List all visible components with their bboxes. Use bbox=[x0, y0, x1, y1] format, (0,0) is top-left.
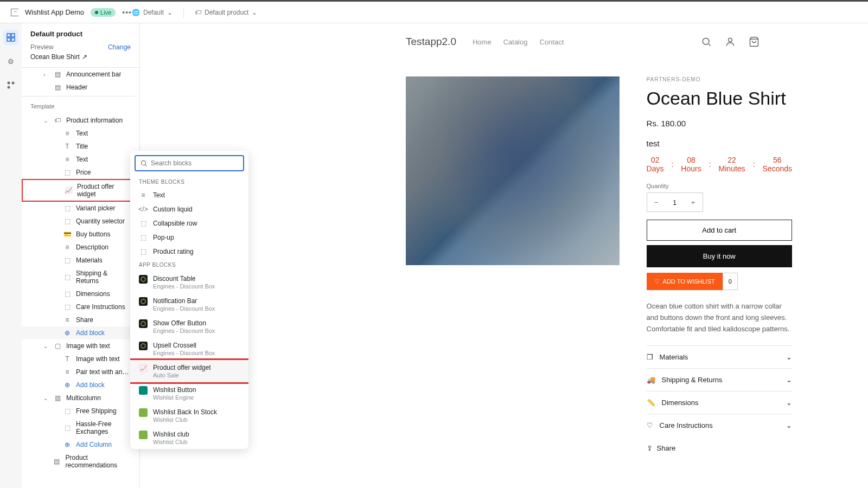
svg-rect-0 bbox=[7, 34, 10, 37]
chevron-down-icon: ⌄ bbox=[786, 421, 792, 429]
preview-product-link[interactable]: Ocean Blue Shirt ↗ bbox=[30, 53, 131, 61]
app-upsell[interactable]: Upsell CrossellEngines - Discount Box bbox=[130, 338, 248, 360]
tag-icon: 🏷 bbox=[195, 9, 201, 16]
app-wishlist-button[interactable]: Wishlist ButtonWishlist Engine bbox=[130, 382, 248, 404]
cart-icon[interactable] bbox=[749, 36, 760, 47]
share-button[interactable]: ⇪Share bbox=[647, 436, 792, 460]
add-column-button[interactable]: ⊕Add Column bbox=[22, 438, 136, 451]
accordion-shipping[interactable]: 🚚Shipping & Returns⌄ bbox=[647, 368, 792, 391]
block-product-rating[interactable]: ⬚Product rating bbox=[130, 245, 248, 259]
wishlist-club-icon bbox=[139, 431, 148, 439]
chevron-down-icon: ⌄ bbox=[252, 9, 257, 16]
app-product-offer-widget[interactable]: 📈Product offer widgetAuto Sale bbox=[130, 360, 248, 382]
app-notification-bar[interactable]: Notification BarEngines - Discount Box bbox=[130, 293, 248, 316]
add-to-cart-button[interactable]: Add to cart bbox=[647, 220, 792, 241]
nav-home[interactable]: Home bbox=[473, 38, 492, 46]
tree-dimensions[interactable]: ⬚Dimensions bbox=[22, 287, 136, 300]
wishlist-engine-icon bbox=[139, 386, 148, 395]
app-discount-table[interactable]: Discount TableEngines - Discount Box bbox=[130, 271, 248, 293]
tree-buy-buttons[interactable]: 💳Buy buttons bbox=[22, 228, 136, 241]
settings-icon[interactable]: ⚙ bbox=[3, 54, 18, 69]
product-selector[interactable]: 🏷 Default product ⌄ bbox=[195, 9, 257, 16]
share-icon: ⇪ bbox=[647, 444, 653, 452]
globe-icon: 🌐 bbox=[132, 9, 140, 16]
change-link[interactable]: Change bbox=[108, 43, 131, 51]
tree-hassle-free[interactable]: ⬚Hassle-Free Exchanges bbox=[22, 418, 136, 438]
tree-announcement-bar[interactable]: ›▤Announcement bar bbox=[22, 68, 136, 81]
tree-description[interactable]: ≡Description bbox=[22, 241, 136, 254]
wishlist-button[interactable]: ♡ADD TO WISHLIST bbox=[647, 273, 723, 290]
app-header: Wishlist App Demo Live ••• 🌐 Default ⌄ 🏷… bbox=[0, 2, 868, 23]
tree-text[interactable]: ≡Text bbox=[22, 127, 136, 140]
autosale-icon: 📈 bbox=[139, 364, 148, 373]
product-price: Rs. 180.00 bbox=[647, 119, 792, 128]
svg-rect-2 bbox=[7, 38, 10, 41]
add-block-button[interactable]: ⊕Add block bbox=[22, 378, 136, 391]
product-image bbox=[406, 76, 620, 265]
qty-minus-button[interactable]: − bbox=[647, 193, 666, 211]
sections-icon[interactable] bbox=[3, 30, 18, 45]
tree-variant-picker[interactable]: ⬚Variant picker bbox=[22, 202, 136, 215]
nav-contact[interactable]: Contact bbox=[539, 38, 564, 46]
tree-price[interactable]: ⬚Price bbox=[22, 166, 136, 179]
tree-multicolumn[interactable]: ⌄▥Multicolumn bbox=[22, 391, 136, 404]
qty-plus-button[interactable]: + bbox=[684, 193, 703, 211]
block-popup[interactable]: ⬚Pop-up bbox=[130, 230, 248, 245]
app-wishlist-backinstock[interactable]: Wishlist Back In StockWishlist Club bbox=[130, 404, 248, 427]
app-show-offer[interactable]: Show Offer ButtonEngines - Discount Box bbox=[130, 316, 248, 338]
app-name: Wishlist App Demo bbox=[25, 8, 84, 16]
tree-text[interactable]: ≡Text bbox=[22, 153, 136, 166]
sidebar: Default product Preview Change Ocean Blu… bbox=[22, 23, 140, 488]
sidebar-title: Default product bbox=[30, 30, 131, 38]
heart-icon: ♡ bbox=[647, 421, 653, 429]
ruler-icon: 📏 bbox=[647, 399, 655, 407]
tree-materials[interactable]: ⬚Materials bbox=[22, 254, 136, 267]
svg-point-12 bbox=[141, 344, 145, 348]
tree-product-rec[interactable]: ▤Product recommendations bbox=[22, 451, 136, 472]
block-text[interactable]: ≡Text bbox=[130, 188, 248, 202]
tree-free-shipping[interactable]: ⬚Free Shipping bbox=[22, 404, 136, 418]
search-input[interactable] bbox=[135, 155, 244, 171]
tree-image-text-item[interactable]: TImage with text bbox=[22, 352, 136, 365]
block-collapsible-row[interactable]: ⬚Collapsible row bbox=[130, 216, 248, 230]
accordion-materials[interactable]: ❐Materials⌄ bbox=[647, 345, 792, 368]
chevron-down-icon: ⌄ bbox=[786, 353, 792, 361]
exit-icon[interactable] bbox=[11, 9, 18, 16]
svg-point-5 bbox=[12, 82, 15, 85]
external-icon: ↗ bbox=[82, 53, 87, 61]
theme-blocks-label: THEME BLOCKS bbox=[130, 176, 248, 188]
tree-pair-text[interactable]: ≡Pair text with an image to fo... bbox=[22, 365, 136, 378]
store-header: Testapp2.0 Home Catalog Contact bbox=[140, 23, 868, 60]
tree-image-text[interactable]: ⌄▢Image with text bbox=[22, 339, 136, 352]
accordion-dimensions[interactable]: 📏Dimensions⌄ bbox=[647, 391, 792, 414]
tree-product-info[interactable]: ⌄🏷Product information bbox=[22, 114, 136, 127]
tree-care[interactable]: ⬚Care Instructions bbox=[22, 300, 136, 313]
block-custom-liquid[interactable]: </>Custom liquid bbox=[130, 202, 248, 216]
add-block-button[interactable]: ⊕Add block bbox=[22, 326, 136, 339]
countdown: 02Days: 08Hours: 22Minutes: 56Seconds bbox=[647, 156, 792, 173]
svg-point-11 bbox=[141, 322, 145, 326]
nav-catalog[interactable]: Catalog bbox=[503, 38, 528, 46]
apps-icon[interactable] bbox=[3, 78, 18, 93]
app-blocks-label: APP BLOCKS bbox=[130, 259, 248, 271]
tree-product-offer-widget[interactable]: 📈Product offer widget bbox=[22, 179, 136, 202]
buy-now-button[interactable]: Buy it now bbox=[647, 245, 792, 267]
tree-title[interactable]: TTitle bbox=[22, 140, 136, 153]
product-description: Ocean blue cotton shirt with a narrow co… bbox=[647, 301, 792, 335]
search-icon[interactable] bbox=[701, 36, 712, 47]
store-logo[interactable]: Testapp2.0 bbox=[406, 36, 456, 48]
tree-quantity[interactable]: ⬚Quantity selector bbox=[22, 215, 136, 228]
app-wishlist-club[interactable]: Wishlist clubWishlist Club bbox=[130, 427, 248, 449]
tree-header[interactable]: ▤Header bbox=[22, 81, 136, 94]
chevron-down-icon: ⌄ bbox=[786, 376, 792, 384]
accordion-care[interactable]: ♡Care Instructions⌄ bbox=[647, 414, 792, 436]
svg-point-7 bbox=[703, 38, 709, 44]
engines-icon bbox=[139, 319, 148, 328]
quantity-stepper: − 1 + bbox=[647, 192, 703, 212]
tree-share[interactable]: ≡Share bbox=[22, 313, 136, 326]
tree-shipping[interactable]: ⬚Shipping & Returns bbox=[22, 267, 136, 287]
block-picker-popover: THEME BLOCKS ≡Text </>Custom liquid ⬚Col… bbox=[130, 151, 248, 449]
more-icon[interactable]: ••• bbox=[122, 8, 132, 17]
account-icon[interactable] bbox=[725, 36, 736, 47]
language-selector[interactable]: 🌐 Default ⌄ bbox=[132, 9, 173, 16]
